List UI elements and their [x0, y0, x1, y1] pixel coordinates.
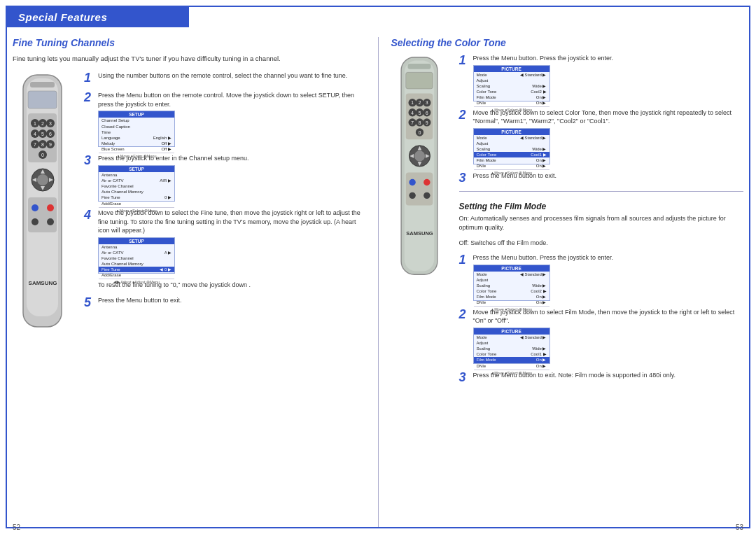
ct-step-1-screen: PICTURE Mode◀ Standard ▶ Adjust ScalingW…: [473, 65, 550, 101]
ct-step-1-content: Press the Menu button. Press the joystic…: [473, 54, 744, 101]
screen-row: MelodyOff ▶: [99, 141, 174, 146]
step-5-num: 5: [84, 296, 94, 309]
svg-text:9: 9: [425, 120, 428, 125]
screen-row: Adjust: [474, 277, 550, 283]
svg-point-35: [47, 218, 54, 225]
svg-rect-39: [407, 64, 430, 69]
fm-step-1-header: PICTURE: [474, 265, 550, 272]
svg-text:SAMSUNG: SAMSUNG: [29, 280, 57, 286]
screen-row: ScalingWide ▶: [474, 346, 550, 351]
screen-row: Favorite Channel: [99, 255, 174, 261]
fm-step-3-num: 3: [459, 371, 469, 384]
color-tone-steps: 1 Press the Menu button. Press the joyst…: [459, 54, 744, 391]
right-section-title: Selecting the Color Tone: [391, 37, 744, 48]
svg-text:7: 7: [411, 120, 414, 125]
svg-text:4: 4: [411, 111, 414, 115]
svg-text:8: 8: [418, 120, 421, 125]
svg-point-26: [37, 174, 48, 185]
step-1: 1 Using the number buttons on the remote…: [84, 71, 365, 84]
ct-step-1-num: 1: [459, 54, 469, 66]
screen-row: Film ModeOn ▶: [474, 157, 550, 163]
svg-text:0: 0: [418, 130, 421, 135]
step-2-text: Press the Menu button on the remote cont…: [98, 91, 365, 108]
screen-row: ScalingWide ▶: [474, 283, 550, 288]
right-column: Selecting the Color Tone 1 2 3 4 5: [379, 37, 750, 527]
fm-step-2-num: 2: [459, 308, 469, 321]
screen-row: DNIeOn ▶: [474, 163, 550, 169]
left-intro: Fine tuning lets you manually adjust the…: [13, 54, 365, 63]
step-4-text: Move the joystick down to select the Fin…: [98, 209, 365, 235]
svg-text:1: 1: [34, 121, 36, 126]
screen-row: Antenna: [99, 172, 174, 178]
screen-row: DNIeOn ▶: [474, 363, 550, 369]
screen-row: Air or CATVAIR ▶: [99, 178, 174, 183]
remote-image-right: 1 2 3 4 5 6 7 8 9 0: [391, 54, 451, 391]
svg-point-72: [424, 192, 430, 199]
screen-row: Air or CATVA ▶: [99, 250, 174, 255]
film-mode-off-text: Off: Switches off the Film mode.: [459, 239, 744, 248]
screen-row: Adjust: [474, 340, 550, 346]
step-3-screen: SETUP Antenna Air or CATVAIR ▶ Favorite …: [98, 165, 175, 202]
section-header: Special Features: [7, 7, 189, 27]
svg-text:9: 9: [49, 142, 52, 147]
screen-row: Blue ScreenOff ▶: [99, 146, 174, 152]
step-1-content: Using the number buttons on the remote c…: [98, 71, 365, 80]
fm-step-1-num: 1: [459, 253, 469, 266]
step-2-screen: SETUP Channel Setup Closed Caption Time …: [98, 111, 175, 147]
screen-row-highlight: Fine Tune◀ 0 ▶: [99, 267, 174, 272]
svg-text:5: 5: [41, 132, 44, 136]
svg-text:1: 1: [411, 100, 414, 105]
screen-row: Auto Channel Memory: [99, 261, 174, 267]
svg-point-34: [31, 218, 38, 225]
svg-text:3: 3: [49, 121, 52, 126]
screen-nav: ▲Move ●Select ⊕Menu: [474, 106, 550, 112]
screen-nav: ▲Move ●Select ⊕Menu: [99, 207, 174, 213]
step-4-content: Move the joystick down to select the Fin…: [98, 209, 365, 274]
svg-point-69: [409, 179, 415, 185]
step-3: 3 Press the joystick to enter in the Cha…: [84, 154, 365, 202]
screen-row: Auto Channel Memory: [99, 189, 174, 195]
svg-text:6: 6: [49, 132, 52, 136]
svg-text:5: 5: [418, 111, 421, 115]
svg-text:SAMSUNG: SAMSUNG: [406, 230, 433, 237]
fm-step-2-screen: PICTURE Mode◀ Standard ▶ Adjust ScalingW…: [473, 328, 550, 364]
ct-step-2-num: 2: [459, 108, 469, 121]
screen-row: Color ToneCool2 ▶: [474, 89, 550, 94]
step-5: 5 Press the Menu button to exit.: [84, 296, 365, 309]
svg-text:6: 6: [425, 111, 428, 115]
remote-image-left: 1 2 3 4 5 6 7 8 9 0: [13, 71, 76, 332]
remote-svg-left: 1 2 3 4 5 6 7 8 9 0: [13, 71, 72, 330]
page-number-left: 52: [13, 524, 20, 531]
step-4-screen: SETUP Antenna Air or CATVA ▶ Favorite Ch…: [98, 237, 175, 274]
step-4: 4 Move the joystick down to select the F…: [84, 209, 365, 274]
screen-row: Film ModeOn ▶: [474, 94, 550, 100]
screen-row: Mode◀ Standard ▶: [474, 135, 550, 141]
svg-point-32: [31, 204, 38, 211]
screen-row-highlight: Color ToneCool1 ▶: [474, 152, 550, 157]
screen-row: Favorite Channel: [99, 183, 174, 189]
ct-step-1-header: PICTURE: [474, 66, 550, 72]
ct-step-1-text: Press the Menu button. Press the joystic…: [473, 54, 744, 63]
screen-row: Mode◀ Standard ▶: [474, 72, 550, 78]
screen-row: Fine Tune0 ▶: [99, 195, 174, 200]
fm-step-1: 1 Press the Menu button. Press the joyst…: [459, 253, 744, 301]
ct-step-2: 2 Move the joystick down to select Color…: [459, 108, 744, 164]
film-mode-on-text: On: Automatically senses and processes f…: [459, 214, 744, 233]
screen-row: Closed Caption: [99, 124, 174, 129]
screen-row: Film ModeOn ▶: [474, 294, 550, 300]
fm-step-1-content: Press the Menu button. Press the joystic…: [473, 253, 744, 301]
screen-row: Add/Erase: [99, 272, 174, 278]
screen-row: Mode◀ Standard ▶: [474, 272, 550, 277]
left-steps: 1 Using the number buttons on the remote…: [84, 71, 365, 332]
svg-text:8: 8: [41, 142, 44, 147]
fm-step-1-screen: PICTURE Mode◀ Standard ▶ Adjust ScalingW…: [473, 265, 550, 301]
step-1-text: Using the number buttons on the remote c…: [98, 71, 365, 80]
screen-row: Adjust: [474, 78, 550, 83]
step-4-num: 4: [84, 209, 94, 221]
screen-row: DNIeOn ▶: [474, 100, 550, 106]
screen-nav: ◀▶Adjust ●Adjust ⊕Menu: [99, 279, 174, 284]
step-2-screen-header: SETUP: [99, 111, 174, 118]
screen-row: Color ToneCool2 ▶: [474, 288, 550, 294]
step-3-screen-header: SETUP: [99, 166, 174, 172]
step-4-screen-header: SETUP: [99, 238, 174, 244]
